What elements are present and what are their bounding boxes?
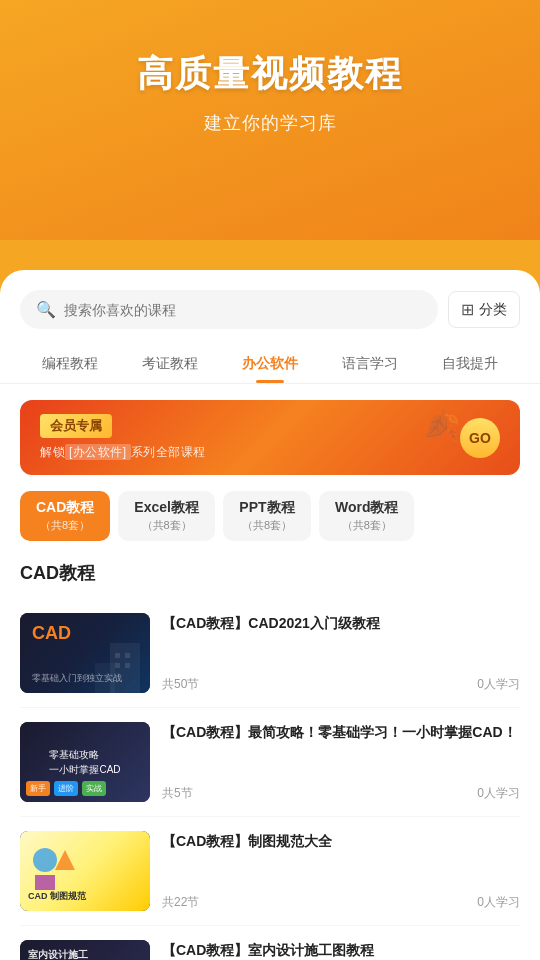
svg-rect-2 (115, 653, 120, 658)
course-title-2: 【CAD教程】最简攻略！零基础学习！一小时掌握CAD！ (162, 722, 520, 743)
thumb-cad2-text: 零基础攻略一小时掌握CAD (43, 741, 126, 783)
course-thumbnail-2: 零基础攻略一小时掌握CAD 新手 进阶 实战 (20, 722, 150, 802)
cat-tab-word-name: Word教程 (335, 499, 399, 517)
course-thumbnail-1: CAD 零基础入门到独立实战 (20, 613, 150, 693)
course-thumbnail-4: 室内设计施工住宅建顶设计 (20, 940, 150, 960)
cat-tab-ppt-name: PPT教程 (239, 499, 294, 517)
main-tabs: 编程教程 考证教程 办公软件 语言学习 自我提升 (0, 345, 540, 384)
svg-rect-8 (35, 875, 55, 890)
tab-programming[interactable]: 编程教程 (20, 345, 120, 383)
list-item[interactable]: CAD 制图规范 【CAD教程】制图规范大全 共22节 0人学习 (20, 817, 520, 926)
cat-tab-excel-name: Excel教程 (134, 499, 199, 517)
banner-go-button[interactable]: GO (460, 418, 500, 458)
filter-label: 分类 (479, 301, 507, 319)
filter-button[interactable]: ⊞ 分类 (448, 291, 520, 328)
shapes-svg (30, 845, 80, 895)
course-lessons-2: 共5节 (162, 785, 193, 802)
course-students-2: 0人学习 (477, 785, 520, 802)
thumb-tag-1: 新手 (26, 781, 50, 796)
hero-subtitle: 建立你的学习库 (20, 111, 520, 135)
thumb-inner-3: CAD 制图规范 (20, 831, 150, 911)
course-students-3: 0人学习 (477, 894, 520, 911)
thumb-inner-4: 室内设计施工住宅建顶设计 (20, 940, 150, 960)
cat-tab-ppt-count: （共8套） (242, 518, 292, 533)
course-meta-2: 共5节 0人学习 (162, 785, 520, 802)
thumb-tag-2: 进阶 (54, 781, 78, 796)
thumb-cad-sub: 零基础入门到独立实战 (32, 672, 142, 685)
tab-self[interactable]: 自我提升 (420, 345, 520, 383)
cat-tab-word-count: （共8套） (342, 518, 392, 533)
banner-top-row: 会员专属 (40, 414, 206, 438)
search-icon: 🔍 (36, 300, 56, 319)
list-item[interactable]: 室内设计施工住宅建顶设计 【CAD教程】室内设计施工图教程 共30节 0人学习 (20, 926, 520, 960)
course-title-3: 【CAD教程】制图规范大全 (162, 831, 520, 852)
section-title: CAD教程 (0, 561, 540, 585)
thumb-cad-label: CAD (32, 623, 71, 644)
course-info-2: 【CAD教程】最简攻略！零基础学习！一小时掌握CAD！ 共5节 0人学习 (162, 722, 520, 802)
cat-tab-ppt[interactable]: PPT教程 （共8套） (223, 491, 311, 541)
course-lessons-1: 共50节 (162, 676, 199, 693)
vip-badge: 会员专属 (40, 414, 112, 438)
course-students-1: 0人学习 (477, 676, 520, 693)
filter-icon: ⊞ (461, 300, 474, 319)
course-thumbnail-3: CAD 制图规范 (20, 831, 150, 911)
banner-bracket: [办公软件] (65, 444, 131, 460)
course-title-4: 【CAD教程】室内设计施工图教程 (162, 940, 520, 960)
course-info-1: 【CAD教程】CAD2021入门级教程 共50节 0人学习 (162, 613, 520, 693)
tab-office[interactable]: 办公软件 (220, 345, 320, 383)
banner-decoration: 🍂 (423, 408, 460, 443)
svg-marker-7 (55, 850, 75, 870)
course-info-4: 【CAD教程】室内设计施工图教程 共30节 0人学习 (162, 940, 520, 960)
course-lessons-3: 共22节 (162, 894, 199, 911)
banner-content: 会员专属 解锁[办公软件]系列全部课程 (40, 414, 206, 461)
banner-subtitle: 解锁[办公软件]系列全部课程 (40, 444, 206, 461)
thumb-inner-2: 零基础攻略一小时掌握CAD 新手 进阶 实战 (20, 722, 150, 802)
tab-exam[interactable]: 考证教程 (120, 345, 220, 383)
search-input[interactable] (64, 302, 422, 318)
cat-tab-cad[interactable]: CAD教程 （共8套） (20, 491, 110, 541)
course-list: CAD 零基础入门到独立实战 【CAD教程】CAD2021入门级教程 共50节 (0, 599, 540, 960)
svg-point-6 (33, 848, 57, 872)
course-meta-1: 共50节 0人学习 (162, 676, 520, 693)
svg-rect-4 (115, 663, 120, 668)
cat-tab-cad-name: CAD教程 (36, 499, 94, 517)
cat-tab-cad-count: （共8套） (40, 518, 90, 533)
course-info-3: 【CAD教程】制图规范大全 共22节 0人学习 (162, 831, 520, 911)
cat-tab-word[interactable]: Word教程 （共8套） (319, 491, 415, 541)
svg-rect-3 (125, 653, 130, 658)
thumb-cad3-label: CAD 制图规范 (28, 890, 86, 903)
thumb-room-text: 室内设计施工住宅建顶设计 (28, 948, 88, 960)
hero-title: 高质量视频教程 (20, 50, 520, 99)
vip-banner[interactable]: 🍂 会员专属 解锁[办公软件]系列全部课程 GO (20, 400, 520, 475)
tab-language[interactable]: 语言学习 (320, 345, 420, 383)
course-meta-3: 共22节 0人学习 (162, 894, 520, 911)
thumb-inner-1: CAD 零基础入门到独立实战 (20, 613, 150, 693)
svg-rect-5 (125, 663, 130, 668)
hero-section: 高质量视频教程 建立你的学习库 (0, 0, 540, 240)
thumb-tags: 新手 进阶 实战 (26, 781, 106, 796)
course-title-1: 【CAD教程】CAD2021入门级教程 (162, 613, 520, 634)
cat-tab-excel[interactable]: Excel教程 （共8套） (118, 491, 215, 541)
category-tabs: CAD教程 （共8套） Excel教程 （共8套） PPT教程 （共8套） Wo… (0, 491, 540, 541)
thumb-tag-3: 实战 (82, 781, 106, 796)
main-card: 🔍 ⊞ 分类 编程教程 考证教程 办公软件 语言学习 自我提升 🍂 会员专属 (0, 270, 540, 960)
search-bar: 🔍 ⊞ 分类 (20, 290, 520, 329)
cat-tab-excel-count: （共8套） (142, 518, 192, 533)
list-item[interactable]: CAD 零基础入门到独立实战 【CAD教程】CAD2021入门级教程 共50节 (20, 599, 520, 708)
list-item[interactable]: 零基础攻略一小时掌握CAD 新手 进阶 实战 【CAD教程】最简攻略！零基础学习… (20, 708, 520, 817)
search-input-wrap[interactable]: 🔍 (20, 290, 438, 329)
